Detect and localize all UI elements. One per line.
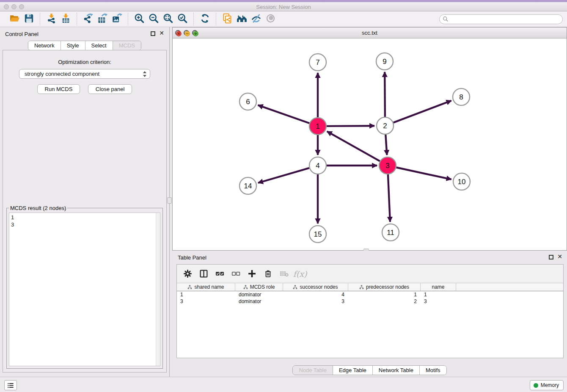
column-header-label: shared name (194, 284, 224, 290)
graph-node-label-2: 2 (383, 122, 387, 130)
export-image-button[interactable] (110, 13, 124, 25)
table-cell[interactable]: 3 (283, 298, 348, 305)
show-columns-button[interactable] (197, 268, 210, 280)
control-panel: Control Panel ✕ NetworkStyleSelectMCDS O… (0, 27, 169, 375)
toolbar-group (77, 13, 128, 25)
graph-edge-1-6[interactable] (258, 105, 310, 123)
tab-network[interactable]: Network (28, 41, 61, 50)
column-header-predecessor-nodes[interactable]: predecessor nodes (348, 283, 421, 291)
select-all-columns-button[interactable] (213, 268, 226, 280)
add-column-icon (248, 269, 256, 278)
refresh-network-button[interactable] (198, 13, 212, 25)
table-cell[interactable]: 2 (348, 298, 421, 305)
mcds-result-scrollbar[interactable] (156, 213, 160, 366)
graph-edge-3-11[interactable] (388, 174, 390, 222)
network-canvas[interactable]: 1234678910111415 (173, 39, 567, 250)
optimization-criterion-select[interactable]: strongly connected component (19, 69, 150, 79)
network-window-titlebar: scc.txt (173, 28, 567, 39)
vertical-divider-handle[interactable] (167, 197, 172, 204)
tab-style[interactable]: Style (61, 41, 85, 50)
close-panel-button[interactable]: Close panel (88, 84, 132, 94)
import-table-button[interactable] (58, 13, 73, 25)
table-panel-close-button[interactable]: ✕ (557, 253, 562, 260)
delete-column-button[interactable] (261, 268, 274, 280)
table-row[interactable]: 1dominator411 (177, 291, 563, 298)
first-neighbors-homes-button[interactable] (234, 13, 249, 25)
table-tab-motifs[interactable]: Motifs (419, 366, 446, 375)
zoom-in-button[interactable] (132, 13, 146, 25)
zoom-out-button[interactable] (146, 13, 161, 25)
column-header-name[interactable]: name (421, 283, 456, 291)
table-tab-edge-table[interactable]: Edge Table (333, 366, 372, 375)
export-table-button[interactable] (95, 13, 110, 25)
table-cell[interactable]: 4 (283, 291, 348, 298)
table-cell[interactable]: 1 (421, 291, 456, 298)
table-row[interactable]: 3dominator323 (177, 298, 563, 305)
table-panel-title: Table Panel (178, 254, 206, 261)
graph-node-label-1: 1 (316, 122, 319, 130)
task-history-button[interactable] (4, 380, 17, 390)
graph-edge-2-3[interactable] (385, 135, 387, 155)
export-image-icon (112, 13, 122, 25)
tab-select[interactable]: Select (85, 41, 113, 50)
copy-network-button[interactable] (220, 13, 234, 25)
control-panel-close-button[interactable]: ✕ (159, 30, 164, 36)
hide-selected-button[interactable] (249, 13, 263, 25)
delete-table-button[interactable] (278, 268, 290, 280)
run-mcds-button[interactable]: Run MCDS (37, 84, 80, 94)
table-cell[interactable]: 1 (348, 291, 421, 298)
deselect-all-columns-button[interactable] (229, 268, 242, 280)
export-network-button[interactable] (81, 13, 95, 25)
table-tab-network-table[interactable]: Network Table (372, 366, 419, 375)
table-cell[interactable]: dominator (235, 291, 283, 298)
memory-button[interactable]: Memory (530, 380, 564, 390)
graph-node-label-15: 15 (314, 230, 322, 238)
memory-label: Memory (541, 382, 559, 388)
zoom-fit-button[interactable] (161, 13, 175, 25)
search-input[interactable] (439, 14, 563, 24)
column-header-label: name (432, 284, 444, 290)
import-network-icon (46, 13, 57, 25)
optimization-criterion-label: Optimization criterion: (3, 59, 166, 65)
tab-mcds[interactable]: MCDS (113, 41, 141, 50)
node-table: shared nameMCDS rolesuccessor nodesprede… (177, 283, 563, 358)
column-header-successor-nodes[interactable]: successor nodes (283, 283, 348, 291)
show-columns-icon (199, 269, 208, 278)
graph-edge-2-8[interactable] (394, 101, 451, 123)
column-header-MCDS-role[interactable]: MCDS role (235, 283, 283, 291)
control-panel-float-button[interactable] (151, 31, 155, 36)
graph-node-label-7: 7 (316, 58, 319, 66)
graph-edge-3-10[interactable] (396, 168, 451, 179)
window-title: Session: New Session (0, 4, 567, 10)
tree-icon (187, 285, 192, 290)
function-builder-fx-button[interactable]: f(x) (294, 268, 306, 280)
graph-edge-4-14[interactable] (258, 168, 309, 183)
table-settings-gear-button[interactable] (181, 268, 194, 280)
toolbar-group (40, 13, 77, 25)
zoom-selected-button[interactable] (175, 13, 190, 25)
import-table-icon (61, 13, 71, 25)
table-tab-node-table[interactable]: Node Table (293, 366, 333, 375)
table-cell[interactable]: 3 (177, 298, 235, 305)
mcds-result-text[interactable]: 13 (9, 213, 160, 366)
add-column-button[interactable] (245, 268, 258, 280)
export-network-icon (83, 13, 94, 25)
show-all-button[interactable] (263, 13, 278, 25)
graph-node-label-6: 6 (246, 98, 250, 106)
graph-edge-2-9[interactable] (385, 72, 385, 117)
table-toolbar: f(x) (177, 265, 563, 283)
table-panel-float-button[interactable] (549, 255, 553, 259)
table-cell[interactable]: dominator (235, 298, 283, 305)
import-network-button[interactable] (44, 13, 58, 25)
table-cell[interactable]: 1 (177, 291, 235, 298)
graph-node-label-4: 4 (316, 162, 319, 170)
graph-edge-1-2[interactable] (327, 126, 374, 126)
graph-edge-3-1[interactable] (327, 131, 380, 161)
open-session-button[interactable] (7, 13, 22, 25)
column-header-shared-name[interactable]: shared name (177, 283, 235, 291)
save-session-button[interactable] (22, 13, 36, 25)
table-cell[interactable]: 3 (421, 298, 456, 305)
column-header-label: MCDS role (250, 284, 275, 290)
network-view-window: scc.txt 1234678910111415 (172, 27, 567, 251)
export-table-icon (97, 13, 108, 25)
